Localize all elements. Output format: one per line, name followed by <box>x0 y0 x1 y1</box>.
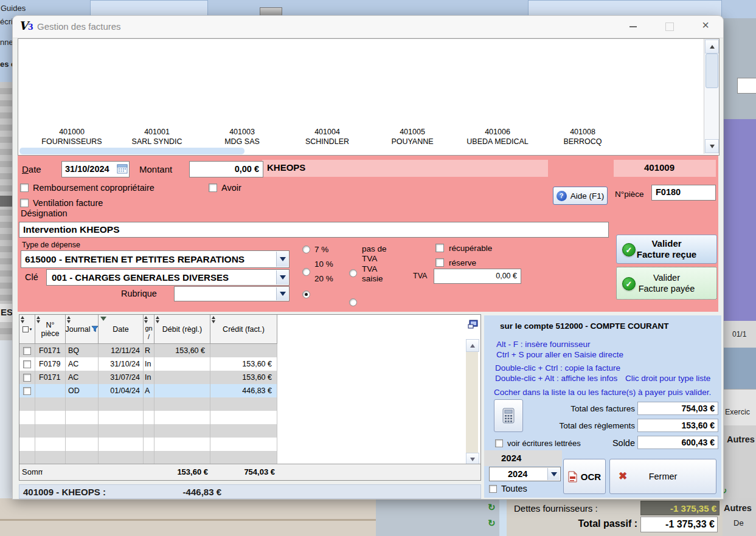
recuperable-checkbox[interactable] <box>435 244 444 252</box>
cle-select[interactable]: 001 - CHARGES GENERALES DIVERSES <box>46 269 290 286</box>
col-piece-header[interactable]: N° pièce <box>35 315 66 344</box>
calculator-icon <box>502 408 515 424</box>
scroll-up-button[interactable] <box>466 339 479 352</box>
account-item[interactable]: 401000FOURNISSEURS <box>29 127 114 146</box>
fermer-button[interactable]: ✖ Fermer <box>609 459 716 494</box>
hint-ctrl-s: Ctrl + S pour aller en Saisie directe <box>496 350 623 359</box>
year-select-arrow-icon[interactable] <box>547 468 560 480</box>
col-journal-header[interactable]: Journal <box>66 315 99 344</box>
ventilation-checkbox[interactable] <box>20 199 29 207</box>
tva-input[interactable]: 0,00 € <box>434 269 521 284</box>
cell-piece: F0171 <box>35 371 66 384</box>
account-status-bar: 401009 - KHEOPS : -446,83 € <box>19 484 481 499</box>
minimize-button[interactable] <box>624 19 642 34</box>
table-row-selected[interactable]: OD 01/04/24 A 446,83 € <box>19 384 277 397</box>
montant-label: Montant <box>139 164 172 174</box>
lettrees-checkbox[interactable] <box>495 439 503 447</box>
account-item[interactable]: 401006UBEDA MEDICAL <box>455 127 540 146</box>
preview-vscrollbar[interactable] <box>466 339 478 466</box>
check-icon: ✓ <box>622 243 636 256</box>
avoir-checkbox[interactable] <box>209 184 217 192</box>
account-item[interactable]: 401003MDG SAS <box>199 127 285 146</box>
scroll-down-button[interactable] <box>705 139 719 153</box>
tva-saisie-radio[interactable] <box>349 298 357 306</box>
cell-credit: 446,83 € <box>210 384 277 397</box>
calendar-icon[interactable] <box>117 163 128 177</box>
row-checkbox[interactable] <box>23 387 31 395</box>
accounts-hscroll-thumb[interactable] <box>19 148 244 154</box>
rate20-radio[interactable] <box>302 290 310 298</box>
ocr-button[interactable]: OCR <box>563 459 606 494</box>
year-tab: 2024 <box>484 450 562 466</box>
rubrique-arrow-icon[interactable] <box>276 287 288 300</box>
pas-de-tva-radio[interactable] <box>349 269 357 277</box>
document-preview <box>281 315 480 464</box>
table-row[interactable]: F0171 AC 31/07/24 In 153,60 € <box>19 371 277 384</box>
aide-button[interactable]: ? Aide (F1) <box>553 187 608 205</box>
cell-date: 01/04/24 <box>99 384 144 397</box>
rate10-radio[interactable] <box>302 268 310 276</box>
cell-journal: OD <box>66 384 99 397</box>
row-checkbox[interactable] <box>23 374 31 382</box>
entries-grid: ▾ N° pièce Journal Date <box>19 314 481 481</box>
col-credit-header[interactable]: Crédit (fact.) <box>210 315 277 344</box>
valider-facture-recue-button[interactable]: ✓ Valider Facture reçue <box>616 235 717 264</box>
scroll-up-button[interactable] <box>705 40 719 53</box>
valider-recue-line2: Facture reçue <box>637 249 696 260</box>
table-row[interactable]: F0171 BQ 12/11/24 R 153,60 € <box>19 344 277 357</box>
type-depense-label: Type de dépense <box>22 241 80 249</box>
remboursement-checkbox[interactable] <box>20 184 29 192</box>
date-input[interactable]: 31/10/2024 <box>61 161 130 177</box>
close-button[interactable]: × <box>696 18 715 32</box>
desktop-frag-de: De <box>733 518 744 527</box>
cell-debit <box>154 384 210 397</box>
rate7-radio[interactable] <box>302 246 310 253</box>
account-item[interactable]: 401008BERROCQ <box>540 127 625 146</box>
account-item[interactable]: 401004SCHINDLER <box>285 127 370 146</box>
info-panel: sur le compte 512000 - COMPTE COURANT Al… <box>484 315 721 498</box>
desktop-frag-nne: nne <box>0 38 13 47</box>
col-flag-header[interactable]: gn / <box>144 315 154 344</box>
attachment-window-icon[interactable] <box>468 320 478 331</box>
year-select[interactable]: 2024 <box>489 467 561 481</box>
rubrique-select[interactable] <box>174 286 290 301</box>
col-debit-header[interactable]: Débit (règl.) <box>154 315 210 344</box>
account-name: SARL SYNDIC <box>114 137 199 146</box>
calculator-button[interactable] <box>494 399 523 432</box>
reserve-checkbox[interactable] <box>435 258 444 267</box>
select-all-checkbox-icon[interactable] <box>23 326 29 332</box>
desktop-frag-autres1: Autres <box>727 435 755 444</box>
window-title: Gestion des factures <box>37 21 121 32</box>
row-checkbox[interactable] <box>23 360 31 368</box>
cle-value: 001 - CHARGES GENERALES DIVERSES <box>52 272 229 283</box>
desktop-frag-exercice: Exercic <box>725 408 750 416</box>
montant-input[interactable]: 0,00 € <box>189 161 263 177</box>
toutes-checkbox[interactable] <box>489 485 497 493</box>
accounts-vscroll-thumb[interactable] <box>706 53 718 88</box>
hint-alt-f: Alt - F : insère fournisseur <box>496 340 591 349</box>
status-account-value: -446,83 € <box>154 487 221 497</box>
type-depense-select[interactable]: 615000 - ENTRETIEN ET PETITES REPARATION… <box>21 250 290 268</box>
maximize-button[interactable] <box>661 19 679 34</box>
total-factures-amount: 754,03 € <box>682 404 715 413</box>
account-name: BERROCQ <box>540 137 625 146</box>
cell-credit: 153,60 € <box>210 371 277 384</box>
account-item[interactable]: 401001SARL SYNDIC <box>114 127 199 146</box>
table-header-row: ▾ N° pièce Journal Date <box>19 315 277 344</box>
title-bar[interactable]: V3 Gestion des factures × <box>13 16 723 38</box>
cle-arrow-icon[interactable] <box>276 270 288 284</box>
account-item[interactable]: 401005POUYANNE <box>370 127 455 146</box>
npiece-input[interactable]: F0180 <box>651 185 716 201</box>
accounts-list[interactable]: 401000FOURNISSEURS 401001SARL SYNDIC 401… <box>18 38 720 156</box>
designation-input[interactable]: Intervention KHEOPS <box>19 222 609 238</box>
table-row[interactable]: F0179 AC 31/10/24 In 153,60 € <box>19 357 277 371</box>
valider-facture-payee-button[interactable]: ✓ Valider Facture payée <box>616 267 717 300</box>
scroll-up-icon <box>470 344 475 348</box>
accounts-vscrollbar[interactable] <box>704 39 719 154</box>
type-depense-arrow-icon[interactable] <box>276 252 288 267</box>
row-checkbox[interactable] <box>23 347 31 355</box>
col-select-header[interactable]: ▾ <box>19 315 35 344</box>
col-date-header[interactable]: Date <box>99 315 144 344</box>
sum-debit: 153,60 € <box>154 467 208 476</box>
cell-credit <box>210 344 277 357</box>
